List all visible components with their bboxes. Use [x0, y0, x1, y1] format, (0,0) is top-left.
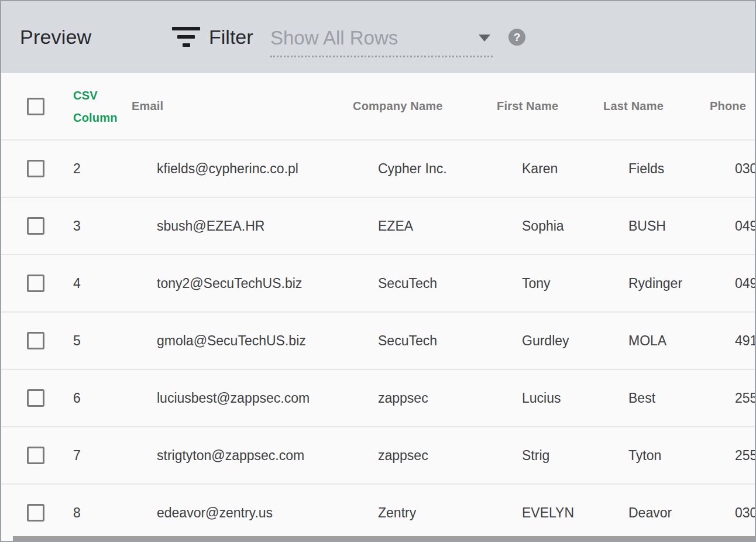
header-select-cell [1, 98, 73, 115]
cell-company-name: Cypher Inc. [378, 161, 522, 177]
cell-csv-column: 7 [73, 448, 157, 464]
preview-table: CSV Column Email Company Name First Name… [1, 73, 755, 541]
cell-first-name: Strig [522, 448, 628, 464]
table-row: 7 strigtyton@zappsec.com zappsec Strig T… [1, 426, 755, 483]
cell-last-name: MOLA [628, 333, 735, 349]
question-mark-icon: ? [514, 32, 521, 43]
cell-company-name: SecuTech [378, 276, 522, 291]
cell-phone: 255 [735, 390, 756, 406]
cell-company-name: EZEA [378, 218, 522, 234]
cell-csv-column: 6 [73, 390, 157, 406]
cell-csv-column: 3 [73, 218, 157, 234]
cell-phone: 491 [735, 333, 756, 349]
cell-phone: 030 [735, 161, 756, 177]
row-checkbox[interactable] [27, 160, 44, 177]
filter-icon-bar [183, 43, 190, 47]
row-checkbox[interactable] [27, 389, 44, 407]
cell-phone: 049 [735, 276, 756, 291]
cell-company-name: zappsec [378, 390, 522, 406]
row-checkbox[interactable] [27, 217, 44, 235]
cell-csv-column: 2 [73, 161, 157, 177]
select-all-checkbox[interactable] [27, 98, 44, 115]
cell-email: luciusbest@zappsec.com [157, 390, 378, 406]
cell-phone: 255 [735, 448, 756, 464]
row-select-cell [1, 447, 73, 464]
cell-csv-column: 8 [73, 505, 157, 521]
filter-label: Filter [209, 1, 253, 73]
horizontal-scrollbar-thumb[interactable] [13, 536, 755, 541]
row-checkbox[interactable] [27, 332, 44, 349]
filter-funnel-icon [172, 27, 200, 47]
row-select-cell [1, 389, 73, 407]
cell-email: edeavor@zentry.us [157, 505, 378, 521]
filter-rows-dropdown[interactable]: Show All Rows [270, 20, 493, 57]
cell-first-name: Lucius [522, 390, 628, 406]
row-checkbox[interactable] [27, 447, 44, 464]
row-select-cell [1, 217, 73, 235]
row-select-cell [1, 275, 73, 292]
cell-last-name: Deavor [628, 505, 735, 521]
cell-phone: 030 [735, 505, 756, 521]
cell-first-name: Karen [522, 161, 628, 177]
cell-first-name: Gurdley [522, 333, 628, 349]
table-row: 6 luciusbest@zappsec.com zappsec Lucius … [1, 369, 755, 426]
cell-first-name: Tony [522, 276, 628, 291]
column-header-last-name: Last Name [603, 100, 710, 113]
cell-csv-column: 4 [73, 276, 157, 291]
table-header-row: CSV Column Email Company Name First Name… [1, 73, 755, 139]
filter-rows-value: Show All Rows [270, 27, 398, 49]
cell-email: sbush@EZEA.HR [157, 218, 378, 234]
table-row: 5 gmola@SecuTechUS.biz SecuTech Gurdley … [1, 311, 755, 369]
preview-toolbar: Preview Filter Show All Rows ? [1, 1, 755, 73]
row-checkbox[interactable] [27, 275, 44, 292]
cell-email: gmola@SecuTechUS.biz [157, 333, 378, 349]
cell-last-name: Fields [628, 161, 735, 177]
preview-panel: Preview Filter Show All Rows ? CSV Colum… [0, 0, 756, 542]
cell-company-name: Zentry [378, 505, 522, 521]
cell-last-name: BUSH [628, 218, 735, 234]
cell-last-name: Best [628, 390, 735, 406]
row-select-cell [1, 160, 73, 177]
cell-email: tony2@SecuTechUS.biz [157, 276, 378, 291]
column-header-first-name: First Name [497, 100, 603, 113]
filter-icon-bar [172, 27, 200, 30]
filter-icon-bar [177, 35, 195, 39]
row-select-cell [1, 504, 73, 522]
column-header-email: Email [132, 100, 353, 113]
column-header-company-name: Company Name [353, 100, 497, 113]
column-header-csv-column: CSV Column [73, 84, 132, 129]
cell-company-name: zappsec [378, 448, 522, 464]
cell-first-name: EVELYN [522, 505, 628, 521]
chevron-down-icon [479, 35, 490, 42]
cell-email: kfields@cypherinc.co.pl [157, 161, 378, 177]
row-select-cell [1, 332, 73, 349]
table-row: 4 tony2@SecuTechUS.biz SecuTech Tony Ryd… [1, 254, 755, 311]
cell-company-name: SecuTech [378, 333, 522, 349]
help-button[interactable]: ? [508, 29, 525, 46]
cell-phone: 049 [735, 218, 756, 234]
cell-last-name: Rydinger [628, 276, 735, 291]
row-checkbox[interactable] [27, 504, 44, 522]
cell-csv-column: 5 [73, 333, 157, 349]
cell-last-name: Tyton [628, 448, 735, 464]
table-row: 2 kfields@cypherinc.co.pl Cypher Inc. Ka… [1, 139, 755, 197]
table-row: 3 sbush@EZEA.HR EZEA Sophia BUSH 049 [1, 197, 755, 254]
column-header-phone: Phone [710, 100, 756, 113]
table-body: 2 kfields@cypherinc.co.pl Cypher Inc. Ka… [1, 139, 755, 541]
cell-email: strigtyton@zappsec.com [157, 448, 378, 464]
cell-first-name: Sophia [522, 218, 628, 234]
table-row: 8 edeavor@zentry.us Zentry EVELYN Deavor… [1, 483, 755, 541]
panel-title: Preview [20, 1, 91, 73]
